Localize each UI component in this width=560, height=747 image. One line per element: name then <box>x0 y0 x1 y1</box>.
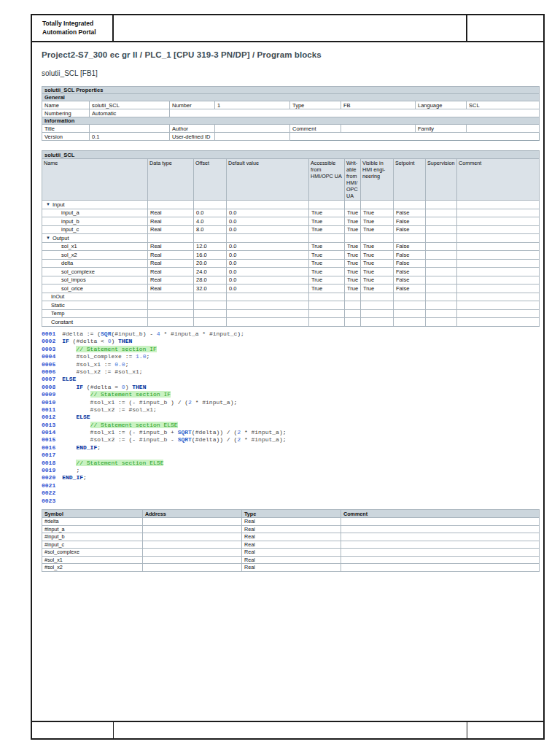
line-number: 0021 <box>42 482 55 489</box>
code-line: 0014 #sol_x1 := (- #input_b + SQRT(#delt… <box>42 429 287 436</box>
variable-name: Output <box>52 235 69 241</box>
code-token: := <box>114 406 128 413</box>
code-token: ) / ( <box>167 399 188 406</box>
code-token: ) <box>111 338 118 344</box>
code-line: 0021 <box>42 482 287 489</box>
code-token: #sol_x1 <box>114 368 139 375</box>
variable-cell-supervision <box>426 301 457 310</box>
variable-cell-visible <box>361 201 394 209</box>
code-token: 0.0 <box>114 361 125 368</box>
general-section-label: General <box>42 94 540 101</box>
code-token: := <box>101 368 114 375</box>
variable-cell-accessible: True <box>309 259 345 268</box>
code-token <box>62 361 76 368</box>
variable-cell-supervision <box>426 251 457 260</box>
variable-cell-supervision <box>426 309 457 318</box>
symbol-row: #sol_complexeReal <box>42 549 540 557</box>
code-token: THEN <box>132 384 146 390</box>
code-token: #delta <box>195 429 217 436</box>
code-token: := <box>122 353 136 360</box>
variable-cell-setpoint <box>394 293 426 301</box>
collapse-triangle-icon: ▼ <box>46 236 50 240</box>
variable-name-cell: sol_x2 <box>42 251 148 260</box>
family-value <box>467 125 540 133</box>
code-token: THEN <box>118 338 132 344</box>
variable-cell-visible: True <box>361 268 394 276</box>
code-token: #sol_x2 <box>90 406 115 413</box>
code-token: #sol_x2 <box>76 368 101 375</box>
interface-table-body: ▼Inputinput_aReal0.00.0TrueTrueTrueFalse… <box>42 201 540 327</box>
variable-cell-comment <box>457 276 540 285</box>
variable-cell-writable: True <box>345 225 361 234</box>
code-token: ); <box>230 399 238 406</box>
variable-cell-accessible: True <box>309 217 345 226</box>
variable-name-cell: sol_complexe <box>42 268 148 276</box>
variable-cell-accessible: True <box>309 251 345 260</box>
variable-cell-writable: True <box>345 217 361 226</box>
version-label: Version <box>42 133 90 141</box>
code-token: #delta <box>90 384 112 390</box>
code-token: SQR <box>101 330 111 337</box>
variable-cell-offset <box>194 201 227 209</box>
variable-cell-comment <box>457 209 540 217</box>
variable-cell-comment <box>457 225 540 234</box>
information-section-label: Information <box>42 117 540 125</box>
code-line: 0022 <box>42 489 287 497</box>
code-token: #sol_x1 <box>90 429 115 436</box>
code-token <box>62 353 76 360</box>
line-number: 0009 <box>42 391 55 398</box>
variable-name-cell: sol_orice <box>42 285 148 293</box>
variable-cell-default-value <box>227 293 309 301</box>
variable-row: input_cReal8.00.0TrueTrueTrueFalse <box>42 225 540 234</box>
line-number: 0019 <box>42 467 55 473</box>
variable-cell-accessible <box>309 201 345 209</box>
symbol-cell: #input_a <box>42 525 143 533</box>
line-number: 0013 <box>42 422 55 428</box>
code-token: ( <box>83 384 90 390</box>
variable-cell-accessible: True <box>309 225 345 234</box>
code-token: #delta <box>76 338 97 344</box>
variable-name-cell: input_c <box>42 225 148 234</box>
variable-cell-visible: True <box>361 225 394 234</box>
variable-cell-accessible <box>309 234 345 243</box>
variable-cell-setpoint: False <box>394 225 426 234</box>
variable-cell-default-value: 0.0 <box>227 251 309 260</box>
code-token <box>62 444 76 451</box>
language-value: SCL <box>467 101 540 109</box>
variable-cell-offset <box>194 301 227 310</box>
code-token: ; <box>83 474 87 481</box>
variable-cell-default-value: 0.0 <box>227 259 309 268</box>
variable-cell-data-type: Real <box>148 259 194 268</box>
symbol-row: #sol_x2Real <box>42 564 540 572</box>
properties-row: Title Author Comment Family <box>42 125 540 133</box>
variable-name-cell: sol_x1 <box>42 242 148 251</box>
page-footer <box>32 721 543 738</box>
code-token: + <box>167 429 177 436</box>
variable-name-cell: Temp <box>42 309 148 318</box>
section-row: Temp <box>42 309 540 318</box>
footer-right-cell <box>467 722 543 738</box>
symbol-cell: Real <box>242 518 341 526</box>
symbol-cell <box>341 525 540 533</box>
number-label: Number <box>170 101 215 109</box>
symbol-cell: #sol_complexe <box>42 549 143 557</box>
code-token: // Statement section ELSE <box>76 460 163 466</box>
code-token: ELSE <box>62 376 76 382</box>
variable-cell-setpoint: False <box>394 268 426 276</box>
code-line: 0019 ; <box>42 467 287 474</box>
variable-cell-visible: True <box>361 285 394 293</box>
author-value <box>215 125 290 133</box>
column-header: Writ­able from HMI/ OPC UA <box>345 159 361 201</box>
code-token: #delta <box>62 330 83 337</box>
code-line: 0003 // Statement section IF <box>42 346 287 353</box>
code-token: // Statement section IF <box>90 391 171 398</box>
code-token: ); <box>279 429 287 436</box>
line-number: 0011 <box>42 406 55 413</box>
comment-value <box>341 125 416 133</box>
code-line: 0012 ELSE <box>42 414 287 421</box>
symbol-cell <box>341 518 540 526</box>
code-token: < <box>97 338 107 344</box>
symbol-cell: Real <box>242 556 341 564</box>
variable-cell-default-value <box>227 318 309 327</box>
line-number: 0012 <box>42 414 55 420</box>
